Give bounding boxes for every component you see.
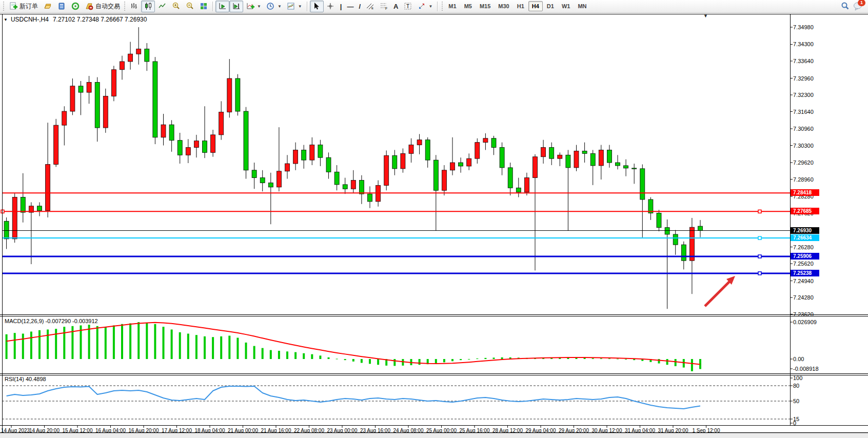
symbol-dropdown-icon[interactable]: ▼ xyxy=(4,17,8,22)
candle-bear xyxy=(326,157,331,172)
price-axis-label: 7.32960 xyxy=(793,75,814,82)
candle-bull xyxy=(533,157,538,178)
rsi-line xyxy=(7,386,700,409)
macd-histogram-bar xyxy=(30,332,32,360)
trendline-icon: / xyxy=(359,3,361,10)
fibonacci-tool-button[interactable]: F xyxy=(377,1,391,12)
chart-title: ▼ USDCNH-,H4 7.27102 7.27348 7.26667 7.2… xyxy=(4,16,147,23)
macd-histogram-bar xyxy=(633,359,635,360)
zoom-out-button[interactable] xyxy=(183,1,196,12)
toolbar-grip[interactable] xyxy=(3,2,5,11)
price-axis-label: 7.24940 xyxy=(793,278,814,284)
price-axis-label: 7.24280 xyxy=(793,294,814,301)
toolbar-grip[interactable] xyxy=(441,2,444,11)
equidistant-channel-icon: E xyxy=(366,2,374,11)
new-order-button[interactable]: 新订单 xyxy=(6,1,41,12)
zoom-out-icon xyxy=(185,2,194,11)
chart-shift-button[interactable] xyxy=(229,1,243,12)
tile-windows-button[interactable] xyxy=(196,1,210,12)
candle-bear xyxy=(318,145,323,158)
candle-bull xyxy=(475,143,480,159)
chart-shift-marker-icon[interactable]: ▼ xyxy=(703,13,708,18)
horizontal-line-icon: — xyxy=(347,3,353,10)
profiles-button[interactable] xyxy=(41,1,54,12)
macd-histogram-bar xyxy=(129,323,131,359)
candle-bear xyxy=(302,150,306,160)
candle-bull xyxy=(442,170,446,190)
macd-histogram-bar xyxy=(187,334,189,359)
navigator-button[interactable] xyxy=(68,1,82,12)
timeframe-button-H1[interactable]: H1 xyxy=(514,1,528,11)
arrows-tool-button[interactable]: ▼ xyxy=(415,1,435,12)
candle-bull xyxy=(351,181,356,189)
candle-bear xyxy=(252,170,257,178)
macd-histogram-bar xyxy=(220,336,222,359)
macd-histogram-bar xyxy=(88,325,90,359)
macd-histogram-bar xyxy=(311,354,313,359)
data-window-button[interactable] xyxy=(54,1,68,12)
search-icon[interactable] xyxy=(840,2,849,11)
chat-button[interactable]: 1 xyxy=(853,2,863,11)
timeframe-button-M5[interactable]: M5 xyxy=(461,1,476,11)
candle-bear xyxy=(78,86,83,92)
text-tool-button[interactable]: A xyxy=(391,1,401,12)
fibonacci-icon: F xyxy=(380,2,388,11)
candle-bear xyxy=(21,197,25,213)
timeframe-button-M15[interactable]: M15 xyxy=(476,1,494,11)
macd-histogram-bar xyxy=(584,358,586,359)
templates-button[interactable]: ▼ xyxy=(284,1,305,12)
chart-symbol-period: USDCNH-,H4 xyxy=(11,16,49,23)
candle-bear xyxy=(203,141,207,153)
macd-histogram-bar xyxy=(63,327,65,359)
candle-bear xyxy=(177,141,182,155)
periods-button[interactable]: ▼ xyxy=(264,1,284,12)
zoom-in-button[interactable] xyxy=(169,1,183,12)
bar-chart-button[interactable] xyxy=(127,1,141,12)
candle-bull xyxy=(87,82,91,92)
svg-text:F: F xyxy=(385,7,387,10)
candle-bull xyxy=(409,145,413,154)
macd-histogram-bar xyxy=(303,353,305,359)
candle-bull xyxy=(599,150,603,166)
candlestick-chart-button[interactable] xyxy=(141,1,155,12)
candle-bull xyxy=(574,151,579,168)
price-axis-label: 7.30960 xyxy=(793,126,814,132)
cursor-tool-button[interactable] xyxy=(310,1,324,12)
timeframe-button-M1[interactable]: M1 xyxy=(445,1,460,11)
timeframe-button-W1[interactable]: W1 xyxy=(558,1,574,11)
macd-histogram-bar xyxy=(666,359,668,365)
macd-histogram-bar xyxy=(171,329,173,359)
line-anchor-handle[interactable] xyxy=(758,255,761,258)
toolbar-grip[interactable] xyxy=(124,2,126,11)
auto-trading-button[interactable]: 自动交易 xyxy=(82,1,123,12)
timeframe-button-H4[interactable]: H4 xyxy=(528,1,543,11)
auto-scroll-button[interactable] xyxy=(215,1,229,12)
window-bottom-edge xyxy=(0,433,868,438)
crosshair-tool-button[interactable] xyxy=(324,1,338,12)
chart-canvas[interactable] xyxy=(0,0,868,438)
candle-bear xyxy=(566,155,570,168)
candle-bull xyxy=(483,138,488,143)
line-chart-button[interactable] xyxy=(155,1,169,12)
line-anchor-handle[interactable] xyxy=(758,236,761,240)
candle-bear xyxy=(334,172,339,185)
horizontal-line-tool-button[interactable]: — xyxy=(344,1,356,12)
line-anchor-handle[interactable] xyxy=(758,210,761,213)
timeframe-button-D1[interactable]: D1 xyxy=(543,1,558,11)
macd-histogram-bar xyxy=(675,359,677,366)
arrow-annotation[interactable] xyxy=(705,281,730,306)
trendline-tool-button[interactable]: / xyxy=(356,1,363,12)
line-anchor-handle[interactable] xyxy=(758,272,761,275)
candle-bull xyxy=(467,158,471,166)
indicators-button[interactable]: ▼ xyxy=(243,1,264,12)
channel-tool-button[interactable]: E xyxy=(363,1,377,12)
auto-trading-label: 自动交易 xyxy=(95,2,120,11)
vertical-line-icon: | xyxy=(340,3,342,10)
macd-histogram-bar xyxy=(294,352,297,359)
candle-bear xyxy=(235,78,240,111)
timeframe-button-MN[interactable]: MN xyxy=(574,1,590,11)
line-chart-icon xyxy=(157,2,166,11)
text-label-tool-button[interactable]: T xyxy=(401,1,415,12)
vertical-line-tool-button[interactable]: | xyxy=(338,1,345,12)
timeframe-button-M30[interactable]: M30 xyxy=(495,1,512,11)
